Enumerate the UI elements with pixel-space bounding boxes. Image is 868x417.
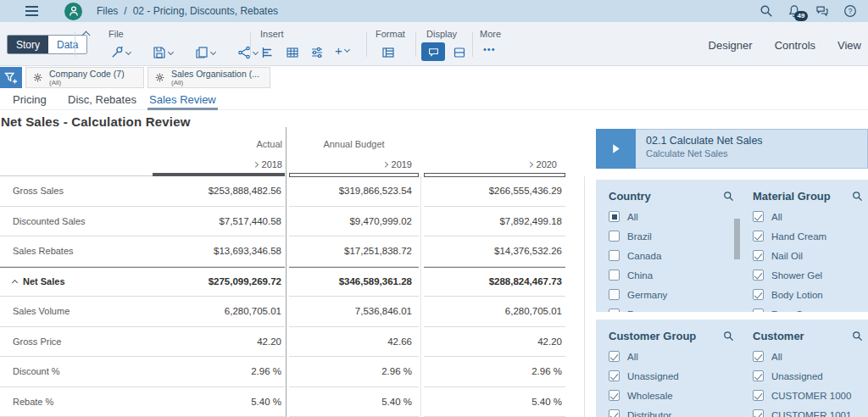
table-cell[interactable]: $9,470,999.02 — [289, 207, 419, 237]
table-row[interactable]: Gross Sales $253,888,482.56 $319,866,523… — [0, 176, 565, 207]
filter-option[interactable]: Body Lotion — [753, 285, 863, 304]
help-icon[interactable]: ? — [843, 4, 857, 18]
expand-column-icon[interactable] — [253, 162, 258, 167]
table-cell[interactable]: 6,280,705.01 — [153, 297, 285, 327]
collapse-row-icon[interactable] — [12, 280, 18, 286]
save-button[interactable] — [153, 46, 173, 59]
checkbox[interactable] — [609, 250, 620, 261]
table-cell[interactable]: 5.40 % — [153, 387, 285, 417]
more-button[interactable]: ••• — [483, 44, 496, 54]
filter-option[interactable]: Unassigned — [609, 366, 734, 386]
checkbox[interactable] — [753, 211, 764, 222]
comment-mode-button[interactable] — [421, 42, 445, 61]
checkbox[interactable] — [609, 289, 620, 300]
filter-option[interactable]: Brazil — [609, 226, 734, 246]
table-row[interactable]: Discount % 2.96 % 2.96 % 2.96 % — [0, 357, 565, 387]
filter-option[interactable]: Canada — [609, 246, 734, 265]
filter-option[interactable]: CUSTOMER 1001 — [753, 405, 863, 417]
row-label[interactable]: Sales Volume — [13, 306, 70, 316]
tab-pricing[interactable]: Pricing — [13, 88, 47, 110]
filter-option[interactable]: Face Cream — [753, 304, 863, 312]
insert-table-button[interactable] — [286, 46, 299, 59]
row-label[interactable]: Gross Price — [13, 336, 61, 347]
column-group-annual-budget[interactable]: Annual Budget — [289, 139, 419, 149]
search-icon[interactable] — [723, 331, 734, 342]
filter-option[interactable]: Shower Gel — [753, 265, 863, 285]
process-runner-tile[interactable]: 02.1 Calculate Net Sales Calculate Net S… — [596, 129, 868, 169]
breadcrumb-root[interactable]: Files — [97, 5, 118, 17]
table-cell[interactable]: $7,517,440.58 — [153, 207, 285, 237]
notifications-button[interactable]: 49 — [787, 4, 801, 18]
checkbox[interactable] — [609, 231, 620, 242]
story-mode-button[interactable]: Story — [8, 36, 48, 53]
filter-option[interactable]: All — [753, 207, 863, 226]
table-row[interactable]: Rebate % 5.40 % 5.40 % 5.40 % — [0, 387, 565, 417]
row-label[interactable]: Discounted Sales — [13, 216, 86, 226]
filter-option[interactable]: All — [609, 207, 734, 226]
filter-chip-company-code[interactable]: Company Code (7) (All) — [25, 67, 144, 88]
add-filter-button[interactable] — [0, 67, 22, 88]
table-cell[interactable]: $253,888,482.56 — [153, 176, 285, 207]
table-cell[interactable]: 7,536,846.01 — [289, 297, 419, 327]
checkbox[interactable] — [753, 289, 764, 300]
checkbox[interactable] — [609, 270, 620, 281]
checkbox[interactable] — [753, 309, 764, 312]
chat-icon[interactable] — [815, 4, 829, 18]
tab-disc-rebates[interactable]: Disc, Rebates — [68, 88, 136, 110]
filter-option[interactable]: Hand Cream — [753, 226, 863, 246]
table-cell[interactable]: $7,892,499.18 — [424, 207, 565, 237]
table-cell[interactable]: $319,866,523.54 — [289, 176, 419, 207]
table-row[interactable]: Discounted Sales $7,517,440.58 $9,470,99… — [0, 207, 565, 237]
insert-input-control-button[interactable] — [310, 46, 324, 59]
tools-menu-button[interactable] — [110, 46, 131, 59]
table-cell[interactable]: 2.96 % — [289, 357, 419, 387]
checkbox[interactable] — [753, 231, 764, 242]
checkbox[interactable] — [753, 270, 764, 281]
duplicate-button[interactable] — [195, 46, 215, 59]
filter-option[interactable]: CUSTOMER 1000 — [753, 386, 863, 405]
row-label[interactable]: Gross Sales — [13, 186, 64, 196]
table-cell[interactable]: 6,280,705.01 — [424, 297, 565, 327]
table-row[interactable]: Sales Rebates $13,693,346.58 $17,251,838… — [0, 236, 565, 267]
row-label[interactable]: Rebate % — [13, 397, 53, 407]
checkbox[interactable] — [609, 409, 620, 417]
run-step-button[interactable] — [596, 129, 636, 169]
row-label[interactable]: Sales Rebates — [13, 246, 74, 256]
share-button[interactable] — [237, 46, 258, 59]
table-cell[interactable]: 42.20 — [424, 327, 565, 358]
format-button[interactable] — [381, 46, 395, 59]
data-mode-button[interactable]: Data — [48, 36, 86, 53]
table-row[interactable]: Net Sales $275,099,269.72 $346,589,361.2… — [0, 267, 565, 297]
checkbox[interactable] — [753, 370, 764, 381]
filter-option[interactable]: China — [609, 265, 734, 285]
controls-button[interactable]: Controls — [775, 39, 815, 52]
table-cell[interactable]: $346,589,361.28 — [289, 267, 419, 297]
search-icon[interactable] — [852, 331, 863, 342]
column-header-2018[interactable]: 2018 — [253, 159, 282, 170]
checkbox[interactable] — [609, 370, 620, 381]
checkbox[interactable] — [753, 351, 764, 362]
table-cell[interactable]: $266,555,436.29 — [424, 176, 565, 207]
filter-option[interactable]: Unassigned — [753, 366, 863, 386]
checkbox[interactable] — [753, 390, 764, 401]
table-row[interactable]: Sales Volume 6,280,705.01 7,536,846.01 6… — [0, 297, 565, 327]
scrollbar-thumb[interactable] — [734, 219, 740, 259]
expand-column-icon[interactable] — [382, 162, 387, 167]
view-button[interactable]: View — [837, 39, 861, 52]
checkbox[interactable] — [609, 211, 620, 222]
checkbox[interactable] — [609, 390, 620, 401]
table-cell[interactable]: 5.40 % — [289, 387, 419, 417]
filter-option[interactable]: Distributor — [609, 405, 734, 417]
filter-option[interactable]: All — [609, 347, 734, 366]
expand-column-icon[interactable] — [527, 162, 532, 167]
menu-icon[interactable] — [25, 6, 38, 16]
table-cell[interactable]: $13,693,346.58 — [153, 236, 285, 267]
add-button[interactable]: + — [335, 43, 349, 58]
checkbox[interactable] — [753, 409, 764, 417]
table-cell[interactable]: $288,824,467.73 — [424, 267, 565, 297]
search-icon[interactable] — [760, 4, 773, 18]
tab-sales-review[interactable]: Sales Review — [149, 88, 216, 110]
table-cell[interactable]: $17,251,838.72 — [289, 236, 419, 267]
table-cell[interactable]: $14,376,532.26 — [424, 236, 565, 267]
checkbox[interactable] — [609, 309, 620, 312]
